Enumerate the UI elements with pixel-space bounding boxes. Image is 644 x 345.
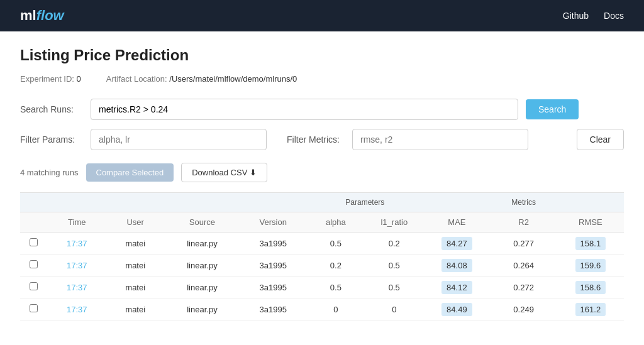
row-alpha: 0 bbox=[306, 298, 365, 320]
row-l1ratio: 0.2 bbox=[365, 233, 423, 255]
col-r2: R2 bbox=[491, 212, 557, 233]
parameters-group-header: Parameters bbox=[306, 193, 423, 212]
row-version: 3a1995 bbox=[240, 298, 306, 320]
app-logo: mlflow bbox=[20, 8, 64, 24]
table-row: 17:37 matei linear.py 3a1995 0.2 0.5 84.… bbox=[20, 255, 624, 277]
row-user: matei bbox=[106, 233, 165, 255]
table-row: 17:37 matei linear.py 3a1995 0.5 0.2 84.… bbox=[20, 233, 624, 255]
download-csv-button[interactable]: Download CSV ⬇ bbox=[181, 163, 267, 182]
experiment-id-label: Experiment ID: 0 bbox=[20, 74, 81, 84]
logo-flow: flow bbox=[36, 8, 64, 24]
table-row: 17:37 matei linear.py 3a1995 0 0 84.49 0… bbox=[20, 298, 624, 320]
row-checkbox[interactable] bbox=[30, 304, 38, 312]
row-rmse: 161.2 bbox=[557, 298, 624, 320]
search-button[interactable]: Search bbox=[526, 99, 579, 119]
row-checkbox-cell bbox=[20, 233, 48, 255]
col-version: Version bbox=[240, 212, 306, 233]
mae-value: 84.27 bbox=[441, 237, 472, 250]
runs-table: Parameters Metrics Time User Source Vers… bbox=[20, 192, 624, 320]
table-row: 17:37 matei linear.py 3a1995 0.5 0.5 84.… bbox=[20, 277, 624, 298]
row-l1ratio: 0.5 bbox=[365, 277, 423, 298]
row-mae: 84.27 bbox=[423, 233, 490, 255]
filter-row: Filter Params: Filter Metrics: Clear bbox=[20, 129, 624, 150]
time-link[interactable]: 17:37 bbox=[67, 305, 87, 314]
artifact-location-static-label: Artifact Location: bbox=[106, 74, 167, 84]
github-link[interactable]: Github bbox=[563, 11, 589, 21]
row-mae: 84.08 bbox=[423, 255, 490, 277]
docs-link[interactable]: Docs bbox=[604, 11, 624, 21]
logo-ml: ml bbox=[20, 8, 36, 24]
filter-metrics-input[interactable] bbox=[352, 129, 528, 150]
search-row: Search Runs: Search bbox=[20, 99, 624, 120]
experiment-id-value: 0 bbox=[77, 74, 81, 84]
row-alpha: 0.5 bbox=[306, 233, 365, 255]
search-label: Search Runs: bbox=[20, 104, 83, 114]
row-rmse: 158.1 bbox=[557, 233, 624, 255]
artifact-location-value: /Users/matei/mlflow/demo/mlruns/0 bbox=[169, 74, 297, 84]
row-source: linear.py bbox=[165, 298, 240, 320]
row-alpha: 0.5 bbox=[306, 277, 365, 298]
row-checkbox[interactable] bbox=[30, 260, 38, 268]
artifact-location: Artifact Location: /Users/matei/mlflow/d… bbox=[106, 74, 297, 84]
filter-metrics-label: Filter Metrics: bbox=[287, 134, 340, 145]
row-source: linear.py bbox=[165, 233, 240, 255]
experiment-id-static-label: Experiment ID: bbox=[20, 74, 74, 84]
row-version: 3a1995 bbox=[240, 255, 306, 277]
row-checkbox-cell bbox=[20, 255, 48, 277]
col-check bbox=[20, 212, 48, 233]
meta-row: Experiment ID: 0 Artifact Location: /Use… bbox=[20, 74, 624, 84]
mae-value: 84.49 bbox=[441, 303, 472, 316]
app-header: mlflow Github Docs bbox=[0, 0, 644, 31]
col-alpha: alpha bbox=[306, 212, 365, 233]
header-nav: Github Docs bbox=[563, 11, 624, 21]
row-l1ratio: 0.5 bbox=[365, 255, 423, 277]
clear-button[interactable]: Clear bbox=[577, 129, 624, 150]
row-time: 17:37 bbox=[48, 255, 106, 277]
row-time: 17:37 bbox=[48, 233, 106, 255]
row-time: 17:37 bbox=[48, 277, 106, 298]
row-r2: 0.264 bbox=[491, 255, 557, 277]
row-version: 3a1995 bbox=[240, 233, 306, 255]
row-checkbox[interactable] bbox=[30, 238, 38, 246]
col-l1ratio: l1_ratio bbox=[365, 212, 423, 233]
col-user: User bbox=[106, 212, 165, 233]
filter-params-input[interactable] bbox=[91, 129, 267, 150]
group-header-row: Parameters Metrics bbox=[20, 193, 624, 212]
row-time: 17:37 bbox=[48, 298, 106, 320]
mae-value: 84.12 bbox=[441, 281, 472, 294]
row-source: linear.py bbox=[165, 255, 240, 277]
search-input[interactable] bbox=[91, 99, 518, 120]
column-header-row: Time User Source Version alpha l1_ratio … bbox=[20, 212, 624, 233]
row-user: matei bbox=[106, 298, 165, 320]
page-title: Listing Price Prediction bbox=[20, 47, 624, 64]
main-content: Listing Price Prediction Experiment ID: … bbox=[0, 31, 644, 336]
row-checkbox[interactable] bbox=[30, 282, 38, 290]
row-r2: 0.272 bbox=[491, 277, 557, 298]
col-rmse: RMSE bbox=[557, 212, 624, 233]
actions-row: 4 matching runs Compare Selected Downloa… bbox=[20, 163, 624, 182]
row-r2: 0.277 bbox=[491, 233, 557, 255]
row-version: 3a1995 bbox=[240, 277, 306, 298]
row-user: matei bbox=[106, 255, 165, 277]
time-link[interactable]: 17:37 bbox=[67, 239, 87, 248]
time-link[interactable]: 17:37 bbox=[67, 261, 87, 270]
col-source: Source bbox=[165, 212, 240, 233]
row-mae: 84.49 bbox=[423, 298, 490, 320]
time-link[interactable]: 17:37 bbox=[67, 283, 87, 292]
compare-selected-button[interactable]: Compare Selected bbox=[86, 163, 174, 182]
group-header-empty bbox=[20, 193, 306, 212]
col-time: Time bbox=[48, 212, 106, 233]
metrics-group-header: Metrics bbox=[423, 193, 624, 212]
row-source: linear.py bbox=[165, 277, 240, 298]
row-r2: 0.249 bbox=[491, 298, 557, 320]
col-mae: MAE bbox=[423, 212, 490, 233]
rmse-value: 158.1 bbox=[575, 237, 606, 250]
row-user: matei bbox=[106, 277, 165, 298]
mae-value: 84.08 bbox=[441, 259, 472, 272]
rmse-value: 158.6 bbox=[575, 281, 606, 294]
row-checkbox-cell bbox=[20, 277, 48, 298]
rmse-value: 161.2 bbox=[575, 303, 606, 316]
row-mae: 84.12 bbox=[423, 277, 490, 298]
table-body: 17:37 matei linear.py 3a1995 0.5 0.2 84.… bbox=[20, 233, 624, 320]
matching-runs-label: 4 matching runs bbox=[20, 168, 79, 177]
